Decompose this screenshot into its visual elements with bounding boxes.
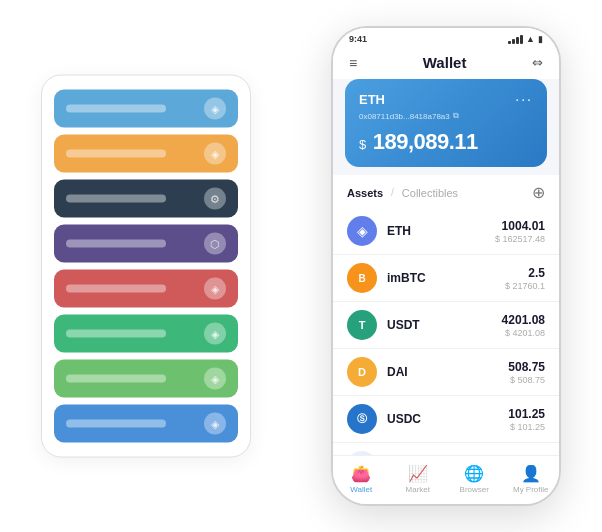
asset-name: USDC xyxy=(387,412,498,426)
dai-icon: D xyxy=(347,357,377,387)
scan-icon[interactable]: ⇔ xyxy=(532,55,543,70)
signal-bars-icon xyxy=(508,35,523,44)
assets-header: Assets / Collectibles ⊕ xyxy=(333,175,559,208)
tab-slash: / xyxy=(391,187,394,198)
imbtc-icon: B xyxy=(347,263,377,293)
wallet-nav-label: Wallet xyxy=(350,485,372,494)
market-nav-icon: 📈 xyxy=(408,464,428,483)
status-bar: 9:41 ▲ ▮ xyxy=(333,28,559,48)
asset-usd: $ 508.75 xyxy=(508,375,545,385)
card-icon: ◈ xyxy=(204,323,226,345)
card-icon: ◈ xyxy=(204,413,226,435)
nav-item-wallet[interactable]: 👛 Wallet xyxy=(333,464,390,494)
list-item[interactable]: ◈ xyxy=(54,360,238,398)
add-asset-button[interactable]: ⊕ xyxy=(532,183,545,202)
copy-icon[interactable]: ⧉ xyxy=(453,111,459,121)
battery-icon: ▮ xyxy=(538,34,543,44)
bottom-nav: 👛 Wallet 📈 Market 🌐 Browser 👤 My Profile xyxy=(333,455,559,504)
nav-item-browser[interactable]: 🌐 Browser xyxy=(446,464,503,494)
asset-amount: 4201.08 xyxy=(502,313,545,327)
phone-mockup: 9:41 ▲ ▮ ≡ Wallet ⇔ xyxy=(331,26,561,506)
browser-nav-label: Browser xyxy=(460,485,489,494)
asset-amount: 1004.01 xyxy=(495,219,545,233)
profile-nav-label: My Profile xyxy=(513,485,549,494)
usdt-icon: T xyxy=(347,310,377,340)
table-row[interactable]: D DAI 508.75 $ 508.75 xyxy=(333,349,559,396)
page-title: Wallet xyxy=(423,54,467,71)
asset-amount: 2.5 xyxy=(505,266,545,280)
browser-nav-icon: 🌐 xyxy=(464,464,484,483)
nav-item-market[interactable]: 📈 Market xyxy=(390,464,447,494)
status-icons: ▲ ▮ xyxy=(508,34,543,44)
card-icon: ⚙ xyxy=(204,188,226,210)
list-item[interactable]: ⚙ xyxy=(54,180,238,218)
list-item[interactable]: ◈ xyxy=(54,90,238,128)
asset-usd: $ 21760.1 xyxy=(505,281,545,291)
table-row[interactable]: ◈ ETH 1004.01 $ 162517.48 xyxy=(333,208,559,255)
asset-usd: $ 162517.48 xyxy=(495,234,545,244)
eth-card-label: ETH xyxy=(359,92,385,107)
table-row[interactable]: 🦋 TFT 13 0 xyxy=(333,443,559,455)
tab-collectibles[interactable]: Collectibles xyxy=(402,187,458,199)
usdc-icon: Ⓢ xyxy=(347,404,377,434)
asset-usd: $ 4201.08 xyxy=(502,328,545,338)
asset-name: DAI xyxy=(387,365,498,379)
asset-amount: 101.25 xyxy=(508,407,545,421)
wallet-nav-icon: 👛 xyxy=(351,464,371,483)
asset-name: ETH xyxy=(387,224,485,238)
profile-nav-icon: 👤 xyxy=(521,464,541,483)
eth-wallet-card[interactable]: ETH ··· 0x08711d3b...8418a78a3 ⧉ $ 189,0… xyxy=(345,79,547,167)
eth-balance: $ 189,089.11 xyxy=(359,129,533,155)
list-item[interactable]: ◈ xyxy=(54,405,238,443)
tab-assets[interactable]: Assets xyxy=(347,187,383,199)
market-nav-label: Market xyxy=(406,485,430,494)
scene: ◈ ◈ ⚙ ⬡ ◈ ◈ ◈ ◈ xyxy=(11,11,591,521)
asset-amount: 508.75 xyxy=(508,360,545,374)
list-item[interactable]: ◈ xyxy=(54,135,238,173)
wifi-icon: ▲ xyxy=(526,34,535,44)
asset-usd: $ 101.25 xyxy=(508,422,545,432)
card-icon: ◈ xyxy=(204,143,226,165)
card-icon: ◈ xyxy=(204,98,226,120)
asset-list: ◈ ETH 1004.01 $ 162517.48 B imBTC 2.5 $ … xyxy=(333,208,559,455)
asset-name: imBTC xyxy=(387,271,495,285)
card-stack: ◈ ◈ ⚙ ⬡ ◈ ◈ ◈ ◈ xyxy=(41,75,251,458)
table-row[interactable]: Ⓢ USDC 101.25 $ 101.25 xyxy=(333,396,559,443)
menu-icon[interactable]: ≡ xyxy=(349,55,357,71)
eth-address: 0x08711d3b...8418a78a3 ⧉ xyxy=(359,111,533,121)
table-row[interactable]: T USDT 4201.08 $ 4201.08 xyxy=(333,302,559,349)
card-icon: ◈ xyxy=(204,278,226,300)
card-icon: ⬡ xyxy=(204,233,226,255)
list-item[interactable]: ◈ xyxy=(54,315,238,353)
card-icon: ◈ xyxy=(204,368,226,390)
list-item[interactable]: ⬡ xyxy=(54,225,238,263)
eth-card-menu-icon[interactable]: ··· xyxy=(515,91,533,107)
nav-item-profile[interactable]: 👤 My Profile xyxy=(503,464,560,494)
table-row[interactable]: B imBTC 2.5 $ 21760.1 xyxy=(333,255,559,302)
phone-header: ≡ Wallet ⇔ xyxy=(333,48,559,79)
asset-name: USDT xyxy=(387,318,492,332)
list-item[interactable]: ◈ xyxy=(54,270,238,308)
status-time: 9:41 xyxy=(349,34,367,44)
eth-icon: ◈ xyxy=(347,216,377,246)
